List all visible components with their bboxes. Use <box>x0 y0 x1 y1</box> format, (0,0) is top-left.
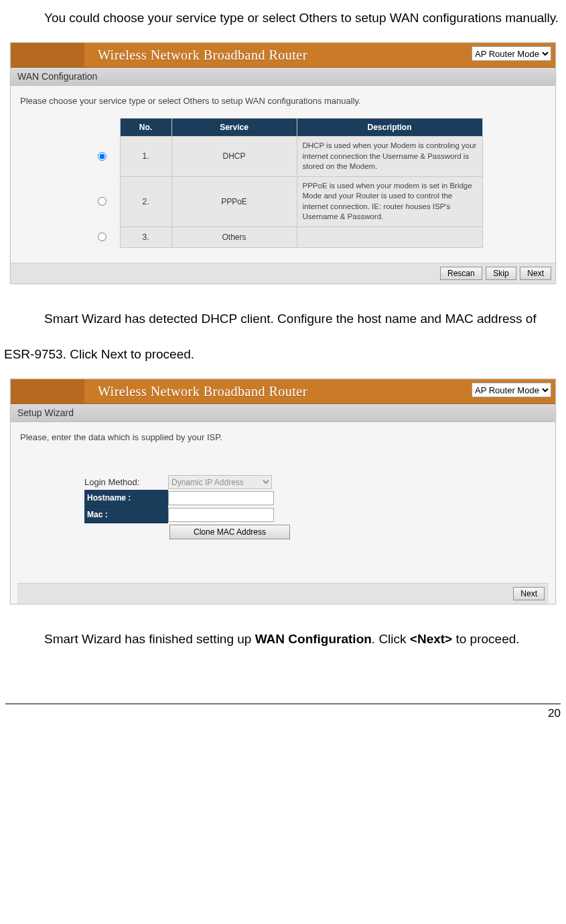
rescan-button[interactable]: Rescan <box>440 267 482 280</box>
router-title: Wireless Network Broadband Router <box>98 384 307 399</box>
wan-subheader: WAN Configuration <box>11 68 555 86</box>
hostname-row: Hostname : <box>84 490 549 507</box>
login-method-select[interactable]: Dynamic IP Address <box>168 475 272 489</box>
service-radio[interactable] <box>98 152 107 161</box>
table-row: 3. Others <box>84 226 483 247</box>
table-row: 2. PPPoE PPPoE is used when your modem i… <box>84 176 483 226</box>
th-no: No. <box>120 119 171 137</box>
setup-button-row: Next <box>17 583 549 604</box>
th-description: Description <box>297 119 482 137</box>
para3-part-a: Smart Wizard has finished setting up <box>44 632 255 646</box>
doc-paragraph-1: You could choose your service type or se… <box>4 0 562 36</box>
next-button[interactable]: Next <box>513 587 545 600</box>
para3-bold-next: <Next> <box>410 632 452 646</box>
router-title: Wireless Network Broadband Router <box>98 48 307 63</box>
skip-button[interactable]: Skip <box>486 267 516 280</box>
wan-body: Please choose your service type or selec… <box>11 86 555 263</box>
login-method-row: Login Method: Dynamic IP Address <box>84 474 549 490</box>
para3-bold-wan: WAN Configuration <box>255 632 372 646</box>
table-header-row: No. Service Description <box>84 119 483 137</box>
header-accent <box>11 43 84 67</box>
doc-paragraph-3: Smart Wizard has finished setting up WAN… <box>4 621 562 657</box>
mode-select[interactable]: AP Router Mode <box>472 383 551 397</box>
clone-mac-button[interactable]: Clone MAC Address <box>169 525 290 539</box>
para3-part-e: to proceed. <box>452 632 519 646</box>
router-panel-wan: Wireless Network Broadband Router AP Rou… <box>10 42 556 284</box>
para3-part-c: . Click <box>372 632 410 646</box>
cell-service: PPPoE <box>171 176 297 226</box>
service-radio[interactable] <box>98 197 107 206</box>
page-footer: 20 <box>5 704 561 720</box>
header-accent <box>11 379 84 403</box>
next-button[interactable]: Next <box>520 267 551 280</box>
router-header: Wireless Network Broadband Router AP Rou… <box>11 379 555 404</box>
wan-instruction: Please choose your service type or selec… <box>20 96 549 106</box>
cell-service: Others <box>171 226 297 247</box>
cell-description: PPPoE is used when your modem is set in … <box>297 176 482 226</box>
service-table: No. Service Description 1. DHCP DHCP is … <box>84 118 483 248</box>
cell-no: 2. <box>120 176 171 226</box>
cell-service: DHCP <box>171 137 297 177</box>
service-radio[interactable] <box>98 233 107 241</box>
cell-description: DHCP is used when your Modem is controli… <box>297 137 482 177</box>
login-method-label: Login Method: <box>84 474 168 490</box>
page-number: 20 <box>548 707 561 720</box>
cell-no: 3. <box>120 226 171 247</box>
cell-description <box>297 226 482 247</box>
th-service: Service <box>171 119 297 137</box>
mode-select[interactable]: AP Router Mode <box>472 46 551 61</box>
setup-instruction: Please, enter the data which is supplied… <box>20 432 549 442</box>
setup-form: Login Method: Dynamic IP Address Hostnam… <box>17 454 549 546</box>
hostname-label: Hostname : <box>84 490 168 507</box>
wan-button-row: Rescan Skip Next <box>11 263 555 283</box>
router-panel-setup: Wireless Network Broadband Router AP Rou… <box>10 379 556 604</box>
router-header: Wireless Network Broadband Router AP Rou… <box>11 43 555 68</box>
cell-no: 1. <box>120 137 171 177</box>
setup-body: Please, enter the data which is supplied… <box>11 422 555 604</box>
mac-row: Mac : <box>84 507 549 523</box>
mac-label: Mac : <box>84 507 168 523</box>
clone-row: Clone MAC Address <box>84 525 549 539</box>
hostname-input[interactable] <box>168 491 274 505</box>
doc-paragraph-2: Smart Wizard has detected DHCP client. C… <box>4 301 562 372</box>
setup-subheader: Setup Wizard <box>11 404 555 422</box>
table-row: 1. DHCP DHCP is used when your Modem is … <box>84 137 483 177</box>
mac-input[interactable] <box>168 508 274 522</box>
